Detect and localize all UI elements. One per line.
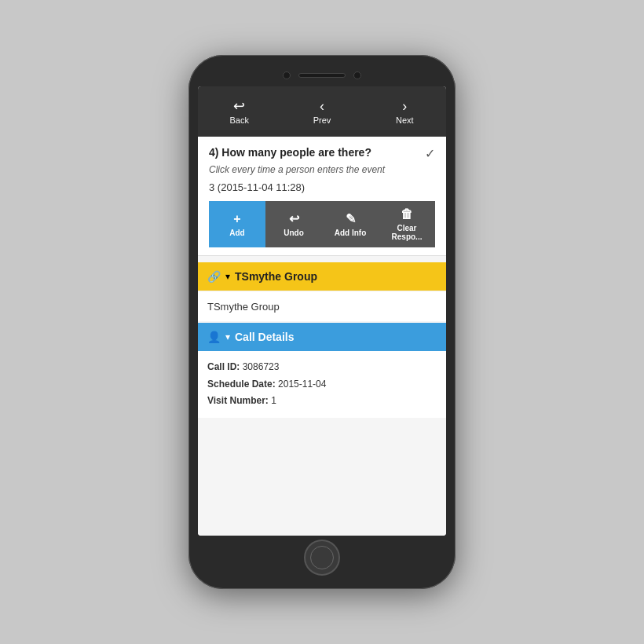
group-chevron-icon: ▾ (225, 271, 230, 282)
back-button[interactable]: ↩ Back (198, 86, 280, 137)
phone-top-bar (198, 64, 446, 86)
undo-label: Undo (284, 229, 304, 237)
phone-camera (283, 71, 291, 79)
phone-device: ↩ Back ‹ Prev › Next 4) How many people … (188, 55, 456, 589)
undo-button[interactable]: ↩ Undo (265, 201, 322, 247)
question-checkmark: ✓ (425, 146, 435, 161)
next-label: Next (396, 115, 414, 125)
visit-number-row: Visit Number: 1 (207, 393, 437, 410)
prev-button[interactable]: ‹ Prev (280, 86, 363, 137)
instruction-text: Click every time a person enters the eve… (209, 164, 435, 175)
group-header[interactable]: 🔗 ▾ TSmythe Group (198, 262, 446, 291)
add-info-button[interactable]: ✎ Add Info (322, 201, 379, 247)
add-icon: + (233, 212, 240, 226)
question-section: 4) How many people are there? ✓ Click ev… (198, 137, 446, 256)
schedule-date-value: 2015-11-04 (278, 379, 326, 390)
add-info-icon: ✎ (346, 211, 356, 226)
home-button-inner (310, 546, 334, 569)
prev-label: Prev (313, 115, 331, 125)
call-details-label: Call Details (235, 331, 294, 343)
call-id-label: Call ID: (207, 361, 240, 372)
clear-label: Clear Respo... (382, 224, 432, 241)
phone-screen: ↩ Back ‹ Prev › Next 4) How many people … (198, 86, 446, 536)
add-info-label: Add Info (335, 229, 367, 237)
call-details-person-icon: 👤 (207, 331, 221, 343)
call-details-body: Call ID: 3086723 Schedule Date: 2015-11-… (198, 351, 446, 418)
undo-icon: ↩ (289, 211, 299, 226)
group-name: TSmythe Group (235, 270, 317, 283)
phone-speaker (298, 73, 346, 78)
home-button[interactable] (304, 540, 340, 576)
call-details-header[interactable]: 👤 ▾ Call Details (198, 323, 446, 351)
add-label: Add (229, 229, 244, 237)
timestamp-text: 3 (2015-11-04 11:28) (209, 181, 435, 193)
call-id-value: 3086723 (243, 361, 280, 372)
toolbar: ↩ Back ‹ Prev › Next (198, 86, 446, 137)
visit-number-label: Visit Number: (207, 395, 269, 406)
add-button[interactable]: + Add (209, 201, 265, 247)
content-area: 4) How many people are there? ✓ Click ev… (198, 137, 446, 536)
clear-button[interactable]: 🗑 Clear Respo... (379, 201, 435, 247)
clear-icon: 🗑 (401, 207, 413, 221)
group-subrow-text: TSmythe Group (207, 301, 280, 313)
action-buttons: + Add ↩ Undo ✎ Add Info 🗑 Clear Respo... (209, 201, 435, 247)
visit-number-value: 1 (271, 395, 276, 406)
schedule-date-row: Schedule Date: 2015-11-04 (207, 376, 437, 393)
phone-bottom (304, 536, 340, 580)
back-icon: ↩ (233, 99, 245, 113)
next-icon: › (402, 99, 407, 113)
link-icon: 🔗 (207, 270, 221, 283)
prev-icon: ‹ (320, 99, 324, 113)
back-label: Back (229, 115, 248, 125)
next-button[interactable]: › Next (364, 86, 446, 137)
call-details-chevron-icon: ▾ (225, 331, 230, 342)
phone-camera-right (353, 71, 361, 79)
group-subrow: TSmythe Group (198, 291, 446, 321)
question-text: 4) How many people are there? (209, 146, 419, 159)
schedule-date-label: Schedule Date: (207, 379, 276, 390)
question-header: 4) How many people are there? ✓ (209, 146, 435, 161)
call-id-row: Call ID: 3086723 (207, 359, 437, 376)
